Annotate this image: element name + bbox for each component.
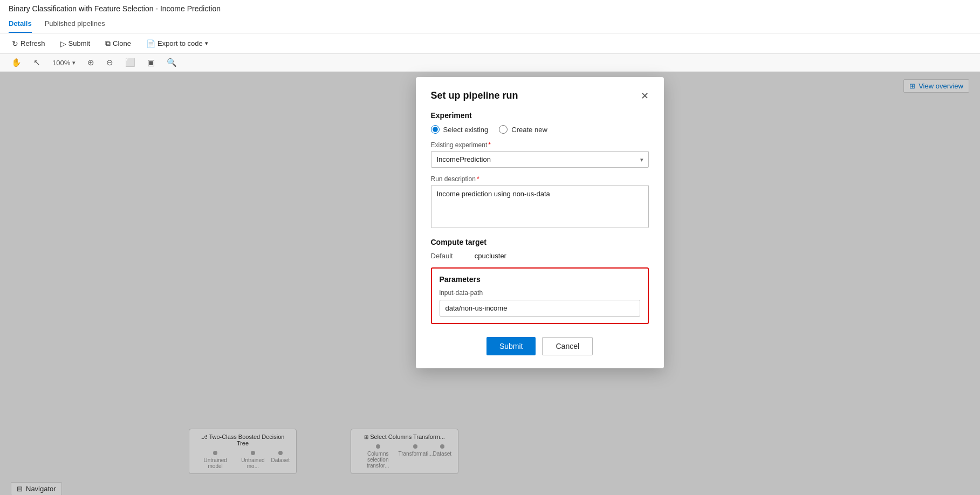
zoom-level-value: 100% bbox=[52, 59, 70, 67]
tab-details[interactable]: Details bbox=[9, 16, 32, 33]
pointer-tool-button[interactable]: ↖ bbox=[31, 56, 43, 69]
parameters-section: Parameters input-data-path bbox=[431, 267, 649, 324]
refresh-label: Refresh bbox=[20, 39, 45, 47]
fit-view-button[interactable]: ⬜ bbox=[122, 56, 138, 69]
clone-label: Clone bbox=[113, 39, 131, 47]
compute-default-label: Default bbox=[431, 252, 453, 260]
submit-icon: ▷ bbox=[60, 39, 66, 48]
search-button[interactable]: 🔍 bbox=[164, 56, 180, 69]
existing-experiment-select[interactable]: IncomePrediction bbox=[431, 151, 649, 168]
page-title: Binary Classification with Feature Selec… bbox=[9, 4, 971, 16]
submit-button[interactable]: ▷ Submit bbox=[57, 37, 93, 50]
pointer-icon: ↖ bbox=[33, 58, 40, 67]
zoom-out-button[interactable]: ⊖ bbox=[104, 56, 116, 69]
radio-create-new[interactable]: Create new bbox=[499, 125, 547, 134]
experiment-radio-group: Select existing Create new bbox=[431, 125, 649, 134]
minimap-button[interactable]: ▣ bbox=[145, 56, 157, 69]
required-star: * bbox=[488, 141, 491, 149]
zoom-in-button[interactable]: ⊕ bbox=[85, 56, 97, 69]
search-icon: 🔍 bbox=[167, 58, 177, 67]
modal-close-button[interactable]: ✕ bbox=[641, 91, 649, 101]
toolbar: ↻ Refresh ▷ Submit ⧉ Clone 📄 Export to c… bbox=[0, 33, 980, 54]
top-bar: Binary Classification with Feature Selec… bbox=[0, 0, 980, 33]
compute-target-section: Compute target Default cpucluster bbox=[431, 238, 649, 260]
refresh-button[interactable]: ↻ Refresh bbox=[9, 37, 49, 50]
compute-default-value: cpucluster bbox=[475, 252, 506, 260]
zoom-out-icon: ⊖ bbox=[106, 58, 113, 67]
run-description-label: Run description* bbox=[431, 175, 649, 183]
existing-experiment-select-wrapper: IncomePrediction ▾ bbox=[431, 151, 649, 168]
radio-select-existing-input[interactable] bbox=[431, 125, 440, 134]
zoom-level-button[interactable]: 100% ▾ bbox=[50, 57, 78, 68]
minimap-icon: ▣ bbox=[147, 58, 155, 67]
tab-bar: Details Published pipelines bbox=[9, 16, 971, 33]
hand-icon: ✋ bbox=[11, 58, 22, 67]
parameters-section-label: Parameters bbox=[440, 275, 640, 284]
modal-header: Set up pipeline run ✕ bbox=[431, 90, 649, 101]
compute-row: Default cpucluster bbox=[431, 252, 649, 260]
canvas-tools-bar: ✋ ↖ 100% ▾ ⊕ ⊖ ⬜ ▣ 🔍 bbox=[0, 54, 980, 72]
existing-experiment-label: Existing experiment* bbox=[431, 141, 649, 149]
setup-pipeline-run-modal: Set up pipeline run ✕ Experiment Select … bbox=[416, 77, 664, 368]
canvas-area: ⊞ View overview ⊟ Navigator ⎇ Two-Class … bbox=[0, 72, 980, 495]
compute-target-label: Compute target bbox=[431, 238, 649, 246]
radio-create-new-label: Create new bbox=[511, 126, 547, 134]
modal-submit-button[interactable]: Submit bbox=[486, 337, 536, 355]
zoom-in-icon: ⊕ bbox=[87, 58, 94, 67]
clone-button[interactable]: ⧉ Clone bbox=[102, 37, 134, 50]
run-description-textarea[interactable] bbox=[431, 185, 649, 228]
run-desc-required-star: * bbox=[477, 175, 479, 183]
export-icon: 📄 bbox=[146, 39, 155, 48]
radio-create-new-input[interactable] bbox=[499, 125, 508, 134]
export-label: Export to code bbox=[157, 39, 203, 47]
modal-cancel-button[interactable]: Cancel bbox=[542, 337, 593, 355]
param-input-data-path-field[interactable] bbox=[440, 300, 640, 317]
modal-title: Set up pipeline run bbox=[431, 90, 518, 101]
submit-label: Submit bbox=[68, 39, 90, 47]
radio-select-existing[interactable]: Select existing bbox=[431, 125, 489, 134]
zoom-chevron-icon: ▾ bbox=[72, 59, 76, 66]
fit-view-icon: ⬜ bbox=[125, 58, 135, 67]
clone-icon: ⧉ bbox=[105, 39, 111, 48]
export-button[interactable]: 📄 Export to code ▾ bbox=[143, 37, 211, 50]
hand-tool-button[interactable]: ✋ bbox=[9, 56, 24, 69]
experiment-section-label: Experiment bbox=[431, 111, 649, 120]
modal-footer: Submit Cancel bbox=[431, 335, 649, 355]
radio-select-existing-label: Select existing bbox=[443, 126, 489, 134]
refresh-icon: ↻ bbox=[12, 39, 18, 48]
tab-published-pipelines[interactable]: Published pipelines bbox=[45, 16, 105, 33]
param-input-data-path-label: input-data-path bbox=[440, 289, 640, 297]
export-chevron-icon: ▾ bbox=[205, 40, 208, 47]
